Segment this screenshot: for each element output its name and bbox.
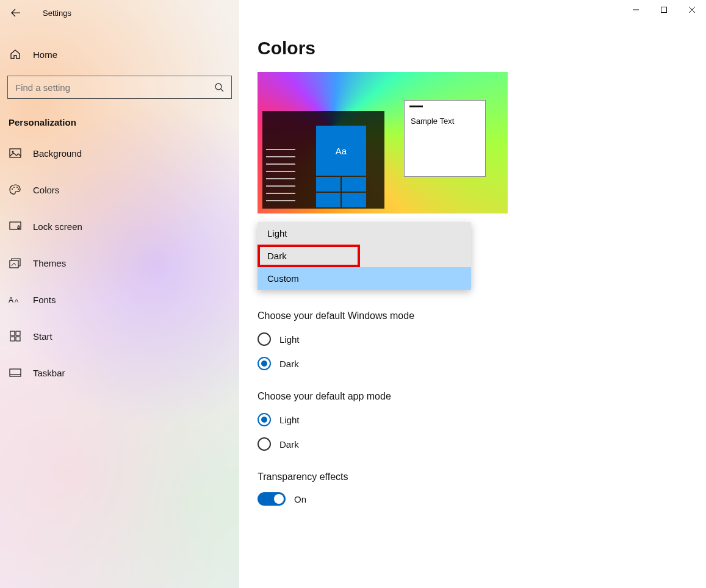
radio-icon xyxy=(258,437,271,451)
sidebar-item-lockscreen[interactable]: Lock screen xyxy=(0,212,239,241)
radio-label: Light xyxy=(279,334,300,345)
lockscreen-icon xyxy=(9,221,22,231)
home-icon xyxy=(9,49,22,60)
palette-icon xyxy=(9,184,22,195)
window-controls xyxy=(622,0,706,20)
taskbar-icon xyxy=(9,368,22,377)
page-title: Colors xyxy=(258,38,706,59)
sidebar-section-title: Personalization xyxy=(9,117,239,127)
fonts-icon: AA xyxy=(9,295,22,304)
svg-rect-10 xyxy=(10,260,18,268)
themes-icon xyxy=(9,257,22,268)
sidebar-item-colors[interactable]: Colors xyxy=(0,175,239,204)
sidebar-item-label: Themes xyxy=(33,258,66,268)
preview-start-list xyxy=(262,143,299,207)
radio-label: Dark xyxy=(279,439,299,450)
transparency-state-label: On xyxy=(294,494,306,504)
sidebar-item-label: Colors xyxy=(33,185,59,195)
color-mode-dropdown[interactable]: Light Dark Custom xyxy=(258,222,471,290)
preview-sample-window: Sample Text xyxy=(404,100,486,177)
close-icon xyxy=(688,6,696,13)
sidebar-item-home[interactable]: Home xyxy=(0,43,239,66)
sidebar-item-start[interactable]: Start xyxy=(0,321,239,351)
transparency-toggle[interactable] xyxy=(258,492,286,506)
radio-icon xyxy=(258,357,271,370)
dropdown-option-custom[interactable]: Custom xyxy=(258,267,471,290)
maximize-button[interactable] xyxy=(650,0,678,20)
search-icon xyxy=(214,82,224,92)
sidebar-item-label: Fonts xyxy=(33,295,56,305)
sidebar-item-label: Start xyxy=(33,331,52,342)
home-label: Home xyxy=(33,49,57,60)
color-preview: Aa Sample Text xyxy=(258,72,508,213)
windows-mode-light[interactable]: Light xyxy=(258,332,706,346)
start-icon xyxy=(9,331,22,342)
svg-rect-17 xyxy=(10,369,21,376)
radio-icon xyxy=(258,413,271,426)
preview-tiles: Aa xyxy=(316,126,366,207)
svg-point-5 xyxy=(13,187,15,188)
preview-tile-big: Aa xyxy=(316,126,366,176)
window-title: Settings xyxy=(43,9,71,18)
dropdown-option-light[interactable]: Light xyxy=(258,222,471,245)
search-box[interactable] xyxy=(7,76,232,99)
app-mode-light[interactable]: Light xyxy=(258,413,706,426)
windows-mode-dark[interactable]: Dark xyxy=(258,357,706,370)
close-button[interactable] xyxy=(678,0,706,20)
arrow-left-icon xyxy=(11,8,21,18)
svg-text:A: A xyxy=(15,298,18,304)
sidebar-item-fonts[interactable]: AA Fonts xyxy=(0,285,239,314)
sidebar-item-label: Lock screen xyxy=(33,221,82,232)
sidebar-item-label: Background xyxy=(33,148,82,159)
svg-point-0 xyxy=(215,84,222,90)
sidebar-item-taskbar[interactable]: Taskbar xyxy=(0,358,239,387)
svg-point-7 xyxy=(18,188,19,190)
titlebar: Settings xyxy=(0,0,239,22)
radio-label: Light xyxy=(279,415,300,425)
svg-point-4 xyxy=(12,188,13,190)
svg-line-1 xyxy=(221,89,223,91)
search-input[interactable] xyxy=(15,82,203,93)
settings-sidebar: Settings Home Personalization xyxy=(0,0,239,588)
minimize-icon xyxy=(632,6,639,13)
svg-text:A: A xyxy=(9,296,13,304)
main-content: Colors Aa Sample Text Light Dark Custom … xyxy=(239,0,706,588)
svg-rect-9 xyxy=(18,227,20,229)
back-button[interactable] xyxy=(5,2,27,24)
minimize-button[interactable] xyxy=(622,0,650,20)
sidebar-item-background[interactable]: Background xyxy=(0,138,239,168)
preview-sample-text: Sample Text xyxy=(411,117,454,126)
svg-rect-14 xyxy=(16,331,20,335)
svg-rect-16 xyxy=(16,337,20,341)
svg-point-6 xyxy=(16,187,18,188)
dropdown-option-dark[interactable]: Dark xyxy=(258,245,360,267)
radio-icon xyxy=(258,332,271,346)
app-mode-dark[interactable]: Dark xyxy=(258,437,706,451)
svg-point-3 xyxy=(12,151,14,153)
svg-rect-2 xyxy=(10,149,21,157)
picture-icon xyxy=(9,148,22,158)
windows-mode-heading: Choose your default Windows mode xyxy=(258,310,706,321)
transparency-heading: Transparency effects xyxy=(258,471,706,482)
svg-rect-13 xyxy=(10,331,15,335)
app-mode-heading: Choose your default app mode xyxy=(258,391,706,402)
svg-rect-15 xyxy=(10,337,15,341)
svg-rect-20 xyxy=(661,7,667,13)
sidebar-item-themes[interactable]: Themes xyxy=(0,248,239,278)
radio-label: Dark xyxy=(279,359,299,369)
maximize-icon xyxy=(660,6,668,13)
sidebar-item-label: Taskbar xyxy=(33,368,65,378)
